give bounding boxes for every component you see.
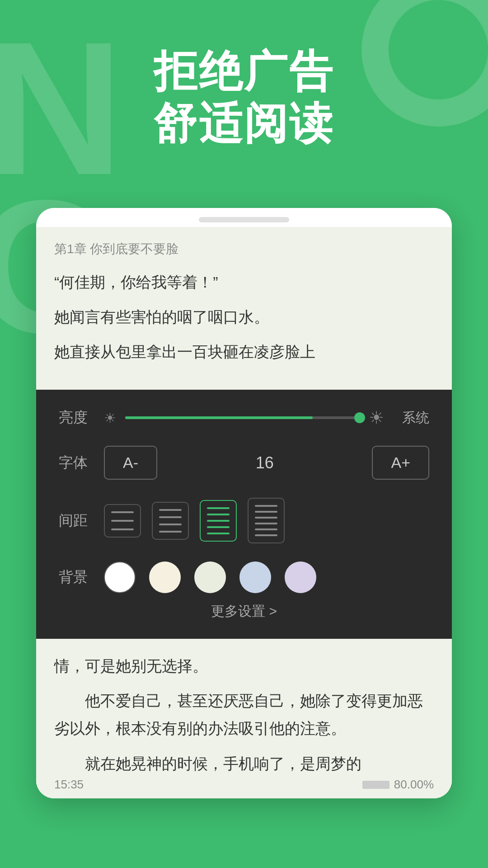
- spacing-line: [111, 528, 134, 530]
- spacing-btn-3[interactable]: [200, 500, 237, 542]
- brightness-control: ☀ ☀ 系统: [104, 408, 429, 428]
- background-label: 背景: [59, 567, 104, 587]
- spacing-line: [207, 507, 230, 509]
- font-decrease-button[interactable]: A-: [104, 446, 157, 480]
- bottom-line2: 他不爱自己，甚至还厌恶自己，她除了变得更加恶劣以外，根本没有别的办法吸引他的注意…: [54, 687, 434, 742]
- spacing-row: 间距: [59, 498, 429, 543]
- settings-panel: 亮度 ☀ ☀ 系统 字体 A- 16 A+ 间距: [36, 390, 452, 639]
- spacing-controls: [104, 498, 429, 543]
- header-title: 拒绝广告 舒适阅读: [0, 45, 488, 149]
- more-settings-row: 更多设置 >: [59, 602, 429, 621]
- brightness-row: 亮度 ☀ ☀ 系统: [59, 408, 429, 428]
- spacing-line: [207, 514, 230, 515]
- background-row: 背景: [59, 561, 429, 593]
- spacing-line: [159, 531, 182, 533]
- battery-bar: [362, 781, 389, 789]
- brightness-slider[interactable]: [125, 416, 360, 419]
- font-increase-button[interactable]: A+: [372, 446, 429, 480]
- phone-top-bar: [36, 208, 452, 227]
- font-controls: A- 16 A+: [104, 446, 429, 480]
- reading-text-top: “何佳期，你给我等着！” 她闻言有些害怕的咽了咽口水。 她直接从包里拿出一百块砸…: [54, 269, 434, 366]
- font-row: 字体 A- 16 A+: [59, 446, 429, 480]
- font-size-value: 16: [171, 453, 358, 472]
- spacing-label: 间距: [59, 511, 104, 531]
- spacing-line: [111, 511, 134, 513]
- brightness-thumb: [354, 412, 365, 423]
- battery-area: 80.00%: [362, 778, 434, 792]
- bg-color-green[interactable]: [194, 561, 226, 593]
- phone-notch-pill: [199, 217, 289, 222]
- font-label: 字体: [59, 453, 104, 473]
- brightness-icon-low: ☀: [104, 410, 116, 426]
- header-section: 拒绝广告 舒适阅读: [0, 45, 488, 149]
- more-settings-text[interactable]: 更多设置 >: [211, 604, 277, 618]
- spacing-line: [255, 511, 277, 513]
- spacing-line: [159, 516, 182, 518]
- header-line2: 舒适阅读: [0, 97, 488, 149]
- brightness-icon-high: ☀: [369, 408, 384, 428]
- spacing-line: [255, 528, 277, 530]
- bg-color-controls: [104, 561, 429, 593]
- reading-line2: 她闻言有些害怕的咽了咽口水。: [54, 303, 434, 331]
- spacing-btn-4[interactable]: [248, 498, 285, 543]
- spacing-line: [255, 534, 277, 536]
- bg-color-warm[interactable]: [149, 561, 181, 593]
- spacing-btn-1[interactable]: [104, 504, 141, 538]
- spacing-line: [111, 520, 134, 522]
- spacing-line: [159, 509, 182, 511]
- bg-color-white[interactable]: [104, 561, 136, 593]
- brightness-fill: [125, 416, 313, 419]
- bottom-line1: 情，可是她别无选择。: [54, 652, 434, 680]
- system-label: 系统: [402, 409, 429, 427]
- reading-content-top: 第1章 你到底要不要脸 “何佳期，你给我等着！” 她闻言有些害怕的咽了咽口水。 …: [36, 227, 452, 390]
- spacing-line: [159, 524, 182, 525]
- reading-line3: 她直接从包里拿出一百块砸在凌彦脸上: [54, 338, 434, 366]
- spacing-line: [207, 520, 230, 522]
- battery-percent: 80.00%: [394, 778, 434, 792]
- spacing-line: [255, 505, 277, 507]
- spacing-line: [255, 517, 277, 519]
- bg-color-blue[interactable]: [239, 561, 271, 593]
- phone-card: 第1章 你到底要不要脸 “何佳期，你给我等着！” 她闻言有些害怕的咽了咽口水。 …: [36, 208, 452, 798]
- status-time: 15:35: [54, 778, 84, 792]
- reading-line1: “何佳期，你给我等着！”: [54, 269, 434, 296]
- reading-content-bottom: 情，可是她别无选择。 他不爱自己，甚至还厌恶自己，她除了变得更加恶劣以外，根本没…: [36, 639, 452, 798]
- spacing-line: [207, 526, 230, 528]
- brightness-label: 亮度: [59, 408, 104, 428]
- header-line1: 拒绝广告: [0, 45, 488, 97]
- status-bar: 15:35 80.00%: [36, 771, 452, 798]
- chapter-title: 第1章 你到底要不要脸: [54, 241, 434, 258]
- spacing-line: [207, 533, 230, 534]
- spacing-line: [255, 523, 277, 524]
- bg-color-purple[interactable]: [285, 561, 316, 593]
- spacing-btn-2[interactable]: [152, 502, 189, 540]
